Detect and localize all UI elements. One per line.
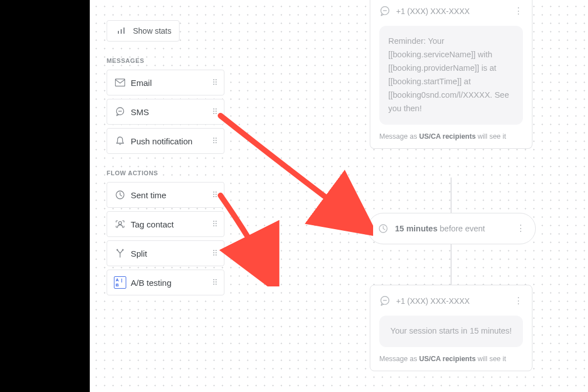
drag-handle-icon[interactable]: ⠿ <box>212 193 218 197</box>
svg-rect-3 <box>116 79 125 86</box>
sidebar-item-label: A/B testing <box>131 278 212 288</box>
flow-actions-section-label: FLOW ACTIONS <box>107 170 224 176</box>
sms-preview-card[interactable]: +1 (XXX) XXX-XXXX ⋮ Your session starts … <box>370 285 532 371</box>
split-icon <box>114 248 126 258</box>
sms-icon <box>379 295 391 307</box>
message-body: Reminder: Your [[booking.serviceName]] w… <box>379 26 523 125</box>
sidebar-item-email[interactable]: Email ⠿ <box>107 70 224 95</box>
drag-handle-icon[interactable]: ⠿ <box>212 222 218 226</box>
svg-point-7 <box>118 221 121 224</box>
sidebar-item-label: SMS <box>131 107 212 117</box>
svg-rect-0 <box>118 31 119 34</box>
mail-icon <box>114 79 126 86</box>
clock-icon <box>114 190 126 200</box>
ab-testing-icon: A | B <box>114 276 126 289</box>
drag-handle-icon[interactable]: ⠿ <box>212 252 218 256</box>
sms-preview-card[interactable]: +1 (XXX) XXX-XXXX ⋮ Reminder: Your [[boo… <box>370 0 532 149</box>
sms-icon <box>379 6 391 17</box>
sidebar-item-label: Tag contact <box>131 220 212 229</box>
sidebar-item-sent-time[interactable]: Sent time ⠿ <box>107 182 224 208</box>
messages-section-label: MESSAGES <box>107 57 224 64</box>
show-stats-button[interactable]: Show stats <box>107 20 180 42</box>
sidebar-item-tag-contact[interactable]: Tag contact ⠿ <box>107 211 224 237</box>
sidebar-item-sms[interactable]: SMS ⠿ <box>107 99 224 125</box>
sidebar-item-label: Email <box>131 78 212 88</box>
drag-handle-icon[interactable]: ⠿ <box>212 281 218 285</box>
svg-point-9 <box>122 249 124 251</box>
flow-connector <box>451 244 452 285</box>
annotation-arrow <box>216 191 283 286</box>
show-stats-label: Show stats <box>133 26 171 35</box>
sidebar-item-ab-testing[interactable]: A | B A/B testing ⠿ <box>107 270 224 295</box>
recipient-note: Message as US/CA recipients will see it <box>379 133 523 140</box>
timing-node[interactable]: 15 minutes before event ⋮ <box>368 213 536 244</box>
phone-number: +1 (XXX) XXX-XXXX <box>396 7 514 16</box>
timing-text: 15 minutes before event <box>395 224 516 233</box>
drag-handle-icon[interactable]: ⠿ <box>212 81 218 85</box>
clock-icon <box>378 224 388 234</box>
sidebar-item-label: Push notification <box>131 136 212 146</box>
drag-handle-icon[interactable]: ⠿ <box>212 110 218 114</box>
sidebar-item-split[interactable]: Split ⠿ <box>107 240 224 266</box>
sidebar-item-label: Split <box>131 249 212 258</box>
more-options-icon[interactable]: ⋮ <box>516 227 525 230</box>
tag-contact-icon <box>114 219 126 229</box>
message-body: Your session starts in 15 minutes! <box>379 316 523 347</box>
canvas-area: Show stats MESSAGES Email ⠿ SMS ⠿ Push n… <box>90 0 588 392</box>
svg-rect-1 <box>121 29 122 34</box>
flow-connector <box>451 177 452 213</box>
dark-sidebar <box>0 0 90 392</box>
drag-handle-icon[interactable]: ⠿ <box>212 139 218 143</box>
phone-number: +1 (XXX) XXX-XXXX <box>396 297 514 306</box>
svg-point-8 <box>117 249 118 251</box>
svg-rect-2 <box>123 28 125 34</box>
more-options-icon[interactable]: ⋮ <box>514 300 523 302</box>
recipient-note: Message as US/CA recipients will see it <box>379 355 523 363</box>
sms-icon <box>114 107 126 117</box>
annotation-arrow <box>216 111 373 246</box>
bar-chart-icon <box>115 27 127 35</box>
more-options-icon[interactable]: ⋮ <box>514 10 523 12</box>
bell-icon <box>114 136 126 146</box>
sidebar-item-push[interactable]: Push notification ⠿ <box>107 128 224 154</box>
sidebar-item-label: Sent time <box>131 190 212 200</box>
actions-sidebar: Show stats MESSAGES Email ⠿ SMS ⠿ Push n… <box>107 20 224 299</box>
